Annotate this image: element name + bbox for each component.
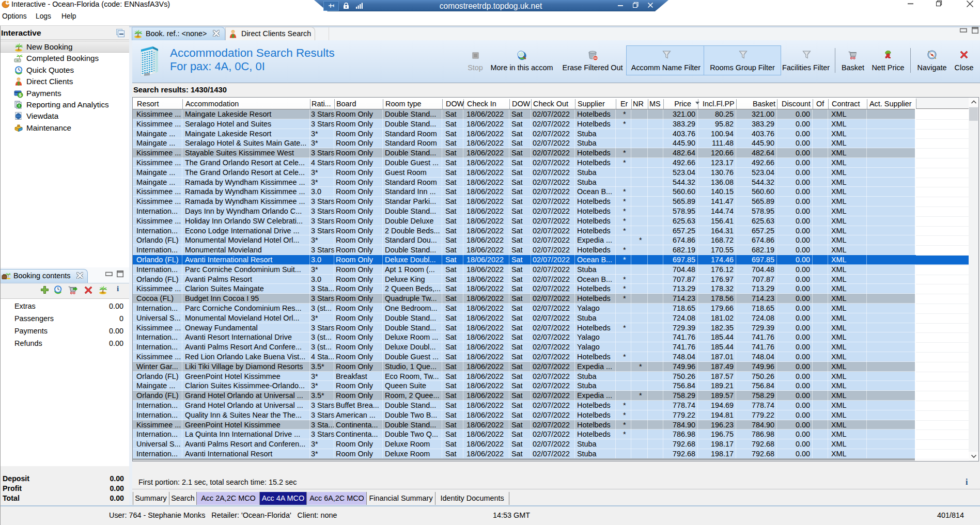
svg-text:$: $ [19, 92, 21, 98]
